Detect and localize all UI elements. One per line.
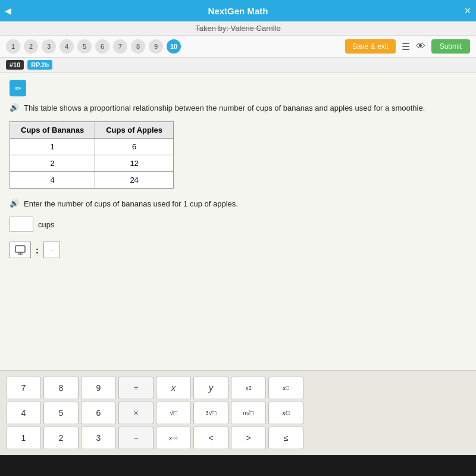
app-title: NextGen Math	[208, 6, 268, 16]
audio-icon-2[interactable]: 🔊	[10, 199, 19, 208]
question1-row: 🔊 This table shows a proportional relati…	[10, 102, 466, 114]
nav-item-3[interactable]: 3	[42, 39, 56, 54]
ratio-colon: :	[36, 245, 39, 255]
key-subtract[interactable]: −	[118, 427, 154, 449]
key-fraction[interactable]: x⁄□	[268, 402, 303, 424]
key-less-equal[interactable]: ≤	[268, 427, 303, 449]
table-row: 2 12	[10, 155, 174, 171]
back-arrow-icon[interactable]: ◀	[5, 6, 11, 15]
question2-text: Enter the number of cups of bananas used…	[24, 198, 238, 210]
nav-item-6[interactable]: 6	[95, 39, 109, 54]
nav-item-7[interactable]: 7	[113, 39, 127, 54]
table-row: 1 6	[10, 138, 174, 155]
nav-item-4[interactable]: 4	[60, 39, 74, 54]
main-content: ✏ 🔊 This table shows a proportional rela…	[0, 73, 476, 370]
nav-item-9[interactable]: 9	[149, 39, 163, 54]
table-cell-bananas-3: 4	[10, 171, 95, 188]
key-sqrt[interactable]: √□	[156, 402, 191, 424]
key-5[interactable]: 5	[43, 402, 79, 424]
keypad: 7 8 9 ÷ x y x2 x□ 4 5 6 × √□ 3√□ n√□ x⁄□…	[0, 370, 476, 455]
key-x-squared[interactable]: x2	[231, 377, 266, 399]
table-cell-apples-1: 6	[95, 138, 174, 155]
tags-row: #10 RP.2b	[0, 58, 476, 73]
key-3[interactable]: 3	[81, 427, 116, 449]
svg-rect-0	[15, 246, 25, 252]
key-cbrt[interactable]: 3√□	[193, 402, 228, 424]
table-cell-apples-3: 24	[95, 171, 174, 188]
table-cell-bananas-2: 2	[10, 155, 95, 171]
nav-item-1[interactable]: 1	[6, 39, 20, 54]
table-col1-header: Cups of Bananas	[10, 121, 95, 138]
nav-item-2[interactable]: 2	[24, 39, 38, 54]
taken-by-text: Taken by: Valerie Carrillo	[195, 24, 281, 33]
key-divide[interactable]: ÷	[118, 377, 154, 399]
save-exit-button[interactable]: Save & exit	[345, 39, 396, 54]
table-cell-apples-2: 12	[95, 155, 174, 171]
submit-button[interactable]: Submit	[431, 39, 470, 54]
pencil-tool-button[interactable]: ✏	[10, 80, 26, 96]
nav-item-5[interactable]: 5	[77, 39, 92, 54]
toolbar-actions: Save & exit ☰ 👁 Submit	[345, 39, 470, 54]
audio-icon-1[interactable]: 🔊	[10, 103, 19, 112]
table-cell-bananas-1: 1	[10, 138, 95, 155]
ratio-row: : ·	[10, 242, 466, 258]
eye-icon[interactable]: 👁	[416, 41, 425, 52]
key-6[interactable]: 6	[81, 402, 116, 424]
sub-header: Taken by: Valerie Carrillo	[0, 21, 476, 36]
key-greater-than[interactable]: >	[231, 427, 266, 449]
table-row: 4 24	[10, 171, 174, 188]
keypad-grid: 7 8 9 ÷ x y x2 x□ 4 5 6 × √□ 3√□ n√□ x⁄□…	[6, 377, 303, 449]
monitor-icon	[15, 245, 26, 255]
key-y[interactable]: y	[193, 377, 228, 399]
ratio-box-right[interactable]: ·	[43, 242, 60, 258]
bottom-bar	[0, 455, 476, 476]
toolbar: 1 2 3 4 5 6 7 8 9 10 Save & exit ☰ 👁 Sub…	[0, 36, 476, 58]
key-7[interactable]: 7	[6, 377, 41, 399]
list-icon[interactable]: ☰	[402, 41, 410, 52]
key-x-bar[interactable]: x⊣	[156, 427, 191, 449]
key-2[interactable]: 2	[43, 427, 79, 449]
number-tag: #10	[6, 60, 24, 70]
key-less-than[interactable]: <	[193, 427, 228, 449]
proportion-table: Cups of Bananas Cups of Apples 1 6 2 12 …	[10, 121, 174, 189]
key-8[interactable]: 8	[43, 377, 79, 399]
answer-input[interactable]	[10, 217, 33, 232]
key-4[interactable]: 4	[6, 402, 41, 424]
table-col2-header: Cups of Apples	[95, 121, 174, 138]
top-bar: ◀ NextGen Math ✕	[0, 0, 476, 21]
question2-row: 🔊 Enter the number of cups of bananas us…	[10, 198, 466, 210]
nav-item-10[interactable]: 10	[167, 39, 181, 54]
key-x[interactable]: x	[156, 377, 191, 399]
key-x-box[interactable]: x□	[268, 377, 303, 399]
rp-tag: RP.2b	[27, 60, 52, 70]
key-nrt[interactable]: n√□	[231, 402, 266, 424]
ratio-box-left[interactable]	[10, 242, 31, 258]
key-multiply[interactable]: ×	[118, 402, 154, 424]
close-icon[interactable]: ✕	[464, 6, 471, 15]
nav-item-8[interactable]: 8	[131, 39, 145, 54]
key-1[interactable]: 1	[6, 427, 41, 449]
key-9[interactable]: 9	[81, 377, 116, 399]
question1-text: This table shows a proportional relation…	[24, 102, 425, 114]
answer-input-row: cups	[10, 217, 466, 232]
unit-label: cups	[38, 220, 54, 229]
nav-circles: 1 2 3 4 5 6 7 8 9 10	[6, 39, 181, 54]
